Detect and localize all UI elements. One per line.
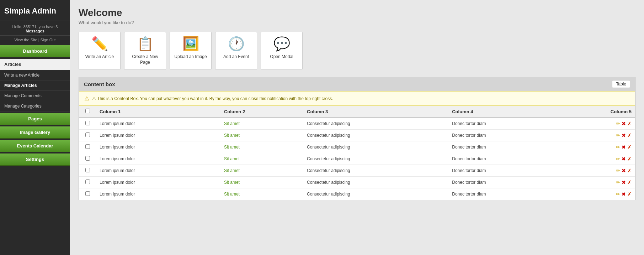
action-card-upload-image[interactable]: 🖼️ Upload an Image [170,32,212,70]
row-col4: Donec tortor diam [448,165,583,177]
edit-icon[interactable]: ✏ [616,144,620,150]
dashboard-button[interactable]: Dashboard [0,45,70,57]
row-checkbox-cell [79,130,96,141]
main-content: Welcome What would you like to do? ✏️ Wr… [70,0,644,255]
row-checkbox[interactable] [85,156,90,161]
edit-icon[interactable]: ✏ [616,168,620,173]
row-col4: Donec tortor diam [448,118,583,130]
row-col3: Consectetur adipiscing [303,153,448,165]
page-icon: 📋 [137,37,154,51]
image-gallery-button[interactable]: Image Gallery [0,126,70,139]
row-col1: Lorem ipsum dolor [96,177,220,188]
clock-icon: 🕐 [228,37,245,51]
events-calendar-button[interactable]: Events Calendar [0,140,70,152]
cross-icon[interactable]: ✗ [627,179,632,185]
delete-icon[interactable]: ✖ [622,168,626,173]
edit-icon[interactable]: ✏ [616,179,620,185]
sidebar-item-write-article[interactable]: Write a new Article [0,70,70,80]
select-all-checkbox[interactable] [85,109,90,113]
row-col3: Consectetur adipiscing [303,118,448,130]
row-checkbox[interactable] [85,179,90,184]
page-title: Welcome [79,7,635,19]
delete-icon[interactable]: ✖ [622,132,626,138]
table-row: Lorem ipsum dolor Sit amet Consectetur a… [79,165,635,177]
notification-bar: ⚠ ⚠ This is a Content Box. You can put w… [79,91,635,106]
row-col3: Consectetur adipiscing [303,130,448,141]
edit-icon[interactable]: ✏ [616,191,620,197]
user-info: Hello, 865171, you have 3 Messages [0,21,70,36]
action-card-open-modal-label: Open Modal [270,54,293,60]
row-actions: ✏ ✖ ✗ [583,141,635,153]
edit-icon[interactable]: ✏ [616,156,620,162]
row-col3: Consectetur adipiscing [303,188,448,200]
sidebar-item-manage-categories[interactable]: Manage Categories [0,101,70,111]
sidebar-item-manage-articles[interactable]: Manage Articles [0,80,70,91]
delete-icon[interactable]: ✖ [622,144,626,150]
row-checkbox-cell [79,118,96,130]
row-actions: ✏ ✖ ✗ [583,165,635,177]
pages-button[interactable]: Pages [0,113,70,125]
action-card-write-article-label: Write an Article [85,54,114,60]
delete-icon[interactable]: ✖ [622,156,626,162]
data-table-wrap: ⚠ ⚠ This is a Content Box. You can put w… [79,91,635,200]
row-actions: ✏ ✖ ✗ [583,188,635,200]
row-checkbox[interactable] [85,132,90,137]
row-col1: Lorem ipsum dolor [96,118,220,130]
notification-text: ⚠ This is a Content Box. You can put wha… [92,96,333,101]
table-row: Lorem ipsum dolor Sit amet Consectetur a… [79,141,635,153]
sign-out-link[interactable]: Sign Out [41,38,56,42]
row-checkbox[interactable] [85,121,90,125]
edit-icon[interactable]: ✏ [616,121,620,126]
row-checkbox-cell [79,165,96,177]
table-row: Lorem ipsum dolor Sit amet Consectetur a… [79,188,635,200]
row-col2: Sit amet [220,118,303,130]
cross-icon[interactable]: ✗ [627,132,632,138]
row-col2-link[interactable]: Sit amet [224,133,240,138]
delete-icon[interactable]: ✖ [622,191,626,197]
row-col2-link[interactable]: Sit amet [224,156,240,161]
row-checkbox[interactable] [85,168,90,172]
cross-icon[interactable]: ✗ [627,156,632,162]
row-col2-link[interactable]: Sit amet [224,180,240,185]
cross-icon[interactable]: ✗ [627,191,632,197]
row-col2-link[interactable]: Sit amet [224,121,240,126]
row-col4: Donec tortor diam [448,177,583,188]
action-card-write-article[interactable]: ✏️ Write an Article [79,32,121,70]
row-col2-link[interactable]: Sit amet [224,168,240,173]
row-col1: Lorem ipsum dolor [96,141,220,153]
row-actions: ✏ ✖ ✗ [583,118,635,130]
row-checkbox-cell [79,188,96,200]
table-header-row: Column 1 Column 2 Column 3 Column 4 Colu… [79,106,635,118]
row-checkbox[interactable] [85,191,90,196]
row-col3: Consectetur adipiscing [303,177,448,188]
delete-icon[interactable]: ✖ [622,179,626,185]
col-header-2: Column 2 [220,106,303,118]
row-actions: ✏ ✖ ✗ [583,153,635,165]
sidebar-item-manage-comments[interactable]: Manage Comments [0,91,70,101]
view-site-link[interactable]: View the Site [15,38,37,42]
table-row: Lorem ipsum dolor Sit amet Consectetur a… [79,118,635,130]
user-links: View the Site | Sign Out [0,36,70,45]
row-col2: Sit amet [220,177,303,188]
cross-icon[interactable]: ✗ [627,121,632,126]
row-actions: ✏ ✖ ✗ [583,177,635,188]
row-col2-link[interactable]: Sit amet [224,192,240,197]
messages-link[interactable]: Messages [26,29,44,33]
row-checkbox-cell [79,153,96,165]
cross-icon[interactable]: ✗ [627,144,632,150]
row-actions: ✏ ✖ ✗ [583,130,635,141]
action-card-create-page[interactable]: 📋 Create a New Page [124,32,166,70]
row-col2-link[interactable]: Sit amet [224,145,240,150]
row-checkbox[interactable] [85,144,90,149]
row-col1: Lorem ipsum dolor [96,130,220,141]
table-button[interactable]: Table [612,80,630,88]
action-card-open-modal[interactable]: 💬 Open Modal [261,32,303,70]
row-col2: Sit amet [220,130,303,141]
cross-icon[interactable]: ✗ [627,168,632,173]
settings-button[interactable]: Settings [0,153,70,166]
edit-icon[interactable]: ✏ [616,132,620,138]
action-card-add-event[interactable]: 🕐 Add an Event [215,32,257,70]
row-col2: Sit amet [220,153,303,165]
action-card-create-page-label: Create a New Page [128,54,162,65]
delete-icon[interactable]: ✖ [622,121,626,126]
